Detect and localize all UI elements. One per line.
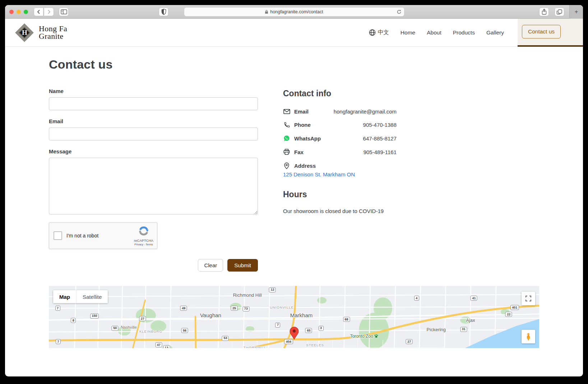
map-label: Nashville (121, 325, 137, 329)
road-shield: 47 (155, 342, 162, 347)
main-nav: 中文 Home About Products Gallery (369, 29, 504, 36)
site-header: H Hong Fa Granite 中文 Home About Products… (5, 19, 583, 47)
road-shield: 27 (139, 316, 146, 321)
page-title: Contact us (49, 57, 539, 71)
back-button[interactable] (34, 8, 43, 16)
forward-button[interactable] (44, 8, 54, 16)
fullscreen-button[interactable] (522, 292, 535, 305)
message-input[interactable] (49, 158, 258, 214)
map-label: STEELES (306, 343, 324, 347)
road-shield: 22 (505, 312, 512, 317)
road-shield: 65 (305, 328, 312, 333)
back-icon (36, 9, 42, 15)
google-map[interactable]: Richmond HillVaughanMarkhamUNIONVILLENas… (49, 286, 539, 348)
clear-button[interactable]: Clear (198, 259, 223, 272)
close-window-button[interactable] (9, 10, 14, 14)
nav-item-gallery[interactable]: Gallery (486, 29, 504, 36)
paw-icon (374, 334, 378, 338)
fullscreen-icon (526, 296, 531, 301)
nav-contact-active-panel: Contact us (518, 19, 583, 47)
map-label: Ajax (466, 317, 475, 323)
road-shield: 73 (242, 306, 249, 311)
contact-info-panel: Contact info Email hongfagranite@gmail.c… (283, 79, 397, 272)
road-shield: 41 (471, 296, 477, 301)
map-label: Toronto Zoo (350, 334, 378, 339)
sidebar-toggle-button[interactable] (59, 8, 69, 16)
road-shield: 53 (222, 336, 229, 341)
email-link[interactable]: hongfagranite@gmail.com (334, 108, 397, 115)
satellite-tab[interactable]: Satellite (76, 290, 108, 303)
road-shield: 13 (163, 345, 170, 348)
hours-text: Our showroom is closed due to COVID-19 (283, 208, 397, 214)
zoom-window-button[interactable] (24, 10, 28, 14)
road-shield: 404 (284, 339, 293, 344)
contact-form: Name Email Message I'm not a robot (49, 79, 258, 272)
recaptcha-brand: reCAPTCHA Privacy - Terms (133, 226, 155, 246)
address-link[interactable]: 125 Denison St. Markham ON (283, 171, 397, 177)
map-label: Markham (290, 312, 313, 318)
map-tab[interactable]: Map (53, 290, 76, 303)
contact-row-phone: Phone 905-470-1388 (283, 122, 397, 128)
new-tab-button[interactable]: + (569, 5, 583, 19)
fax-icon (283, 149, 290, 155)
road-shield: 25 (231, 306, 237, 311)
road-shield: 7 (275, 323, 280, 328)
shield-icon (161, 9, 167, 15)
map-label: Vaughan (200, 312, 221, 318)
address-pin-icon (283, 162, 290, 169)
tabs-icon (556, 9, 562, 15)
road-shield: 56 (181, 328, 188, 333)
sidebar-icon (61, 9, 67, 15)
privacy-report-button[interactable] (159, 8, 168, 16)
road-shield: 12 (269, 287, 276, 292)
phone-link[interactable]: 905-470-1388 (363, 122, 397, 128)
submit-button[interactable]: Submit (227, 259, 258, 272)
name-input[interactable] (49, 97, 258, 110)
tab-overview-button[interactable] (555, 8, 564, 16)
road-shield: 4 (414, 296, 419, 301)
road-shield: 50 (112, 326, 119, 331)
map-label: THORNHILL (244, 345, 266, 348)
contact-row-email: Email hongfagranite@gmail.com (283, 108, 397, 115)
url-text: hongfagranite.com/contact (270, 9, 323, 14)
nav-item-about[interactable]: About (427, 29, 441, 36)
whatsapp-link[interactable]: 647-885-8127 (363, 135, 397, 142)
road-shield: 150 (90, 314, 99, 319)
nav-language-toggle[interactable]: 中文 (369, 29, 389, 36)
phone-icon (283, 122, 290, 128)
road-shield: 27 (406, 339, 413, 344)
web-page: H Hong Fa Granite 中文 Home About Products… (5, 19, 583, 348)
name-label: Name (49, 88, 258, 94)
contact-row-whatsapp: WhatsApp 647-885-8127 (283, 135, 397, 142)
map-label: UNIONVILLE (270, 305, 294, 309)
map-labels: Richmond HillVaughanMarkhamUNIONVILLENas… (49, 286, 539, 348)
road-shield: 49 (180, 306, 187, 311)
address-bar[interactable]: hongfagranite.com/contact (184, 7, 404, 17)
window-controls (9, 10, 28, 14)
brand-name: Hong Fa Granite (39, 25, 67, 40)
logo-diamond-icon: H (15, 23, 34, 42)
contact-info-heading: Contact info (283, 89, 397, 98)
share-button[interactable] (539, 8, 549, 16)
brand-logo[interactable]: H Hong Fa Granite (16, 24, 67, 41)
recaptcha-logo-icon (138, 226, 149, 236)
email-input[interactable] (49, 128, 258, 140)
nav-contact-us-button[interactable]: Contact us (522, 25, 561, 38)
main-content: Contact us Name Email Message I'm not a … (5, 57, 583, 348)
recaptcha-privacy-terms-links[interactable]: Privacy - Terms (133, 243, 155, 246)
pegman-icon (526, 332, 531, 341)
nav-item-products[interactable]: Products (453, 29, 475, 36)
lock-icon (265, 10, 268, 14)
recaptcha-checkbox[interactable] (54, 231, 62, 240)
road-shield: 7 (55, 306, 60, 311)
recaptcha-widget: I'm not a robot reCAPTCHA Privacy - Term… (49, 222, 157, 249)
road-shield: 3 (319, 326, 324, 331)
whatsapp-icon (283, 135, 290, 142)
nav-item-home[interactable]: Home (401, 29, 415, 36)
reload-icon[interactable] (397, 9, 402, 14)
fax-value: 905-489-1161 (364, 149, 397, 155)
hours-heading: Hours (283, 190, 397, 199)
message-label: Message (49, 148, 258, 154)
minimize-window-button[interactable] (17, 10, 21, 14)
street-view-pegman-button[interactable] (522, 330, 535, 343)
